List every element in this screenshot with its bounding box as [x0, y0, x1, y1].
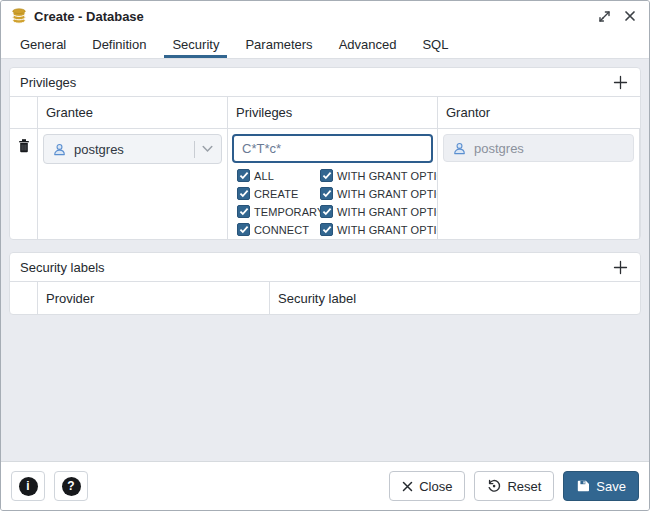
titlebar: Create - Database	[1, 1, 649, 31]
checkbox-connect-label: CONNECT	[254, 224, 309, 236]
privileges-title: Privileges	[20, 75, 76, 90]
checkbox-create-label: CREATE	[254, 188, 298, 200]
privileges-panel: Privileges Grantee Privileges Grantor	[9, 67, 641, 240]
tab-advanced[interactable]: Advanced	[331, 31, 405, 58]
privilege-row-all: ALL WITH GRANT OPTION	[237, 169, 433, 182]
delete-row-icon[interactable]	[17, 138, 31, 156]
privileges-cell: ALL WITH GRANT OPTION	[228, 129, 438, 239]
security-label-column-header: Security label	[270, 282, 640, 314]
user-icon	[52, 142, 67, 157]
grantor-column-header: Grantor	[438, 97, 640, 128]
save-button[interactable]: Save	[563, 471, 639, 501]
add-privilege-button[interactable]	[611, 73, 630, 92]
grantee-cell: postgres	[38, 129, 228, 239]
checkbox-create-grant-label: WITH GRANT OPTION	[337, 188, 438, 200]
checkbox-temporary-label: TEMPORARY	[254, 206, 324, 218]
grantee-value: postgres	[74, 142, 124, 157]
save-button-label: Save	[596, 479, 626, 494]
checkbox-temporary-grant-label: WITH GRANT OPTION	[337, 206, 438, 218]
expand-icon[interactable]	[595, 7, 614, 26]
reset-arrow-icon	[487, 479, 501, 493]
security-labels-panel: Security labels Provider Security label	[9, 252, 641, 315]
tab-definition[interactable]: Definition	[84, 31, 154, 58]
reset-button-label: Reset	[507, 479, 541, 494]
chevron-down-icon	[202, 145, 213, 153]
close-icon[interactable]	[621, 7, 639, 25]
checkbox-all-grant-label: WITH GRANT OPTION	[337, 170, 438, 182]
dialog-footer: i ? Close Reset	[1, 461, 649, 510]
close-button-label: Close	[419, 479, 452, 494]
close-x-icon	[402, 481, 413, 492]
grantee-column-header: Grantee	[38, 97, 228, 128]
save-floppy-icon	[576, 479, 590, 493]
create-database-dialog: Create - Database General Definition Sec…	[0, 0, 650, 511]
security-labels-grid: Provider Security label	[10, 281, 640, 314]
security-labels-title: Security labels	[20, 260, 105, 275]
checkbox-all-grant[interactable]	[320, 169, 333, 182]
grantee-select[interactable]: postgres	[43, 134, 222, 164]
sql-help-button[interactable]: i	[11, 471, 45, 501]
privilege-row-create: CREATE WITH GRANT OPTION	[237, 187, 433, 200]
checkbox-temporary-grant[interactable]	[320, 205, 333, 218]
tab-general[interactable]: General	[12, 31, 74, 58]
tab-security[interactable]: Security	[164, 31, 227, 58]
select-divider	[194, 141, 195, 158]
close-button[interactable]: Close	[389, 471, 465, 501]
info-icon: i	[19, 477, 38, 496]
security-tab-content: Privileges Grantee Privileges Grantor	[1, 59, 649, 461]
help-icon: ?	[62, 477, 81, 496]
security-labels-grid-header: Provider Security label	[10, 282, 640, 314]
checkbox-connect[interactable]	[237, 223, 250, 236]
privileges-input[interactable]	[232, 134, 433, 163]
user-icon	[452, 141, 467, 156]
dialog-help-button[interactable]: ?	[54, 471, 88, 501]
provider-column-header: Provider	[38, 282, 270, 314]
delete-cell	[10, 129, 38, 239]
grantor-cell: postgres	[438, 129, 640, 239]
window-title: Create - Database	[34, 9, 144, 24]
delete-column-header	[10, 282, 38, 314]
privileges-column-header: Privileges	[228, 97, 438, 128]
add-security-label-button[interactable]	[611, 258, 630, 277]
checkbox-connect-grant[interactable]	[320, 223, 333, 236]
privileges-grid-header: Grantee Privileges Grantor	[10, 97, 640, 129]
delete-column-header	[10, 97, 38, 128]
grantor-input: postgres	[443, 134, 634, 162]
security-labels-panel-header: Security labels	[10, 253, 640, 281]
privileges-grid: Grantee Privileges Grantor	[10, 96, 640, 239]
checkbox-all[interactable]	[237, 169, 250, 182]
database-icon	[11, 8, 27, 24]
checkbox-temporary[interactable]	[237, 205, 250, 218]
checkbox-create-grant[interactable]	[320, 187, 333, 200]
grantor-value: postgres	[474, 141, 524, 156]
privileges-panel-header: Privileges	[10, 68, 640, 96]
tabbar: General Definition Security Parameters A…	[1, 31, 649, 59]
reset-button[interactable]: Reset	[474, 471, 554, 501]
tab-parameters[interactable]: Parameters	[237, 31, 320, 58]
tab-sql[interactable]: SQL	[414, 31, 456, 58]
checkbox-all-label: ALL	[254, 170, 274, 182]
privilege-row-temporary: TEMPORARY WITH GRANT OPTION	[237, 205, 433, 218]
privilege-row: postgres	[10, 129, 640, 239]
checkbox-create[interactable]	[237, 187, 250, 200]
checkbox-connect-grant-label: WITH GRANT OPTION	[337, 224, 438, 236]
privilege-row-connect: CONNECT WITH GRANT OPTION	[237, 223, 433, 236]
